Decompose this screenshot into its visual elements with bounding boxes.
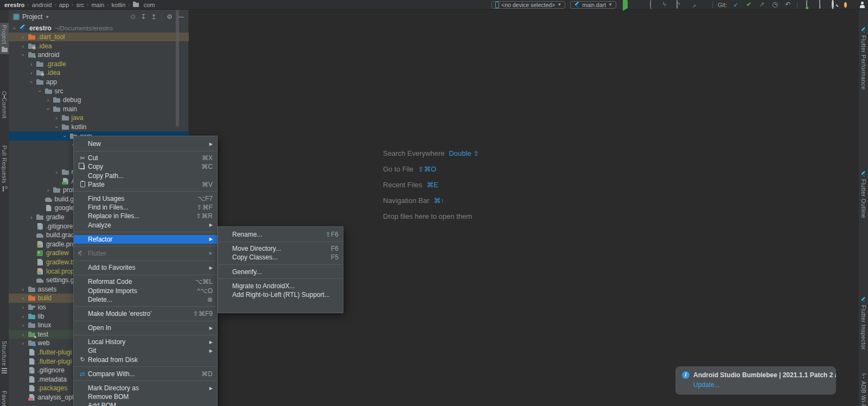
chevron-collapsed-icon[interactable]: › <box>53 169 60 175</box>
chevron-collapsed-icon[interactable]: › <box>53 115 60 121</box>
menu-item-copy[interactable]: Copy⌘C <box>74 162 217 171</box>
update-link[interactable]: Update... <box>693 381 831 389</box>
menu-item-analyze[interactable]: Analyze▶ <box>74 221 217 230</box>
sidebar-item-pull-requests[interactable]: Pull Requests <box>0 143 9 194</box>
chevron-collapsed-icon[interactable]: › <box>20 43 27 49</box>
git-push-icon[interactable]: ↗ <box>758 1 766 9</box>
expand-all-icon[interactable]: ↧ <box>141 13 146 21</box>
menu-item-delete[interactable]: Delete...⊗ <box>74 295 217 304</box>
chevron-expanded-icon[interactable]: › <box>28 79 35 86</box>
breadcrumb-item[interactable]: com <box>144 2 155 8</box>
sidebar-item-favorites[interactable]: Favorites★ <box>0 389 9 406</box>
sidebar-item-adb-wi-fi[interactable]: ADB Wi-Fi <box>859 371 868 406</box>
tree-row[interactable]: ›android <box>9 50 189 60</box>
chevron-down-icon[interactable]: ▼ <box>45 15 49 20</box>
profile-avatar-icon[interactable] <box>854 1 863 9</box>
menu-item-make-module-erestro[interactable]: Make Module 'erestro'⇧⌘F9 <box>74 309 217 318</box>
chevron-expanded-icon[interactable]: › <box>20 52 26 59</box>
breadcrumb-item[interactable]: android <box>32 2 52 8</box>
search-everywhere-icon[interactable] <box>828 1 837 9</box>
stop-icon[interactable] <box>699 1 707 9</box>
chevron-collapsed-icon[interactable]: › <box>20 304 27 310</box>
run-config-selector[interactable]: main.dart▼ <box>570 1 616 9</box>
menu-item-find-in-files[interactable]: Find in Files...⇧⌘F <box>74 203 217 212</box>
breadcrumb-item[interactable]: src <box>76 2 84 8</box>
menu-item-reformat-code[interactable]: Reformat Code⌥⌘L <box>74 277 217 286</box>
tree-row[interactable]: ›app <box>9 78 189 87</box>
menu-item-remove-bom[interactable]: Remove BOM <box>74 392 217 401</box>
menu-item-compare-with[interactable]: ⇄Compare With...⌘D <box>74 370 217 378</box>
breadcrumb-item[interactable]: main <box>91 2 104 8</box>
menu-item-cut[interactable]: ✂Cut⌘X <box>74 154 217 162</box>
sidebar-item-flutter-performance[interactable]: Flutter Performance <box>859 25 868 92</box>
breadcrumb-item[interactable]: kotlin <box>112 2 126 8</box>
settings-gear-icon[interactable]: ⚙ <box>167 13 173 21</box>
ide-update-icon[interactable]: ↑ <box>841 1 850 9</box>
chevron-collapsed-icon[interactable]: › <box>28 214 35 220</box>
history-icon[interactable]: ◷ <box>771 1 779 9</box>
device-manager-icon[interactable] <box>802 1 810 9</box>
tree-row[interactable]: ›.dart_tool <box>9 33 189 42</box>
chevron-collapsed-icon[interactable]: › <box>44 187 52 193</box>
breadcrumb-item[interactable]: erestro <box>4 2 24 8</box>
menu-item-migrate-to-androidx[interactable]: Migrate to AndroidX... <box>218 282 343 290</box>
tree-row[interactable]: ›erestro~/Documents/erestro <box>9 23 189 33</box>
attach-profiler-icon[interactable] <box>647 1 655 9</box>
sidebar-item-flutter-outline[interactable]: Flutter Outline <box>859 169 868 220</box>
run-icon[interactable] <box>621 1 629 9</box>
menu-item-mark-directory-as[interactable]: Mark Directory as▶ <box>74 384 217 392</box>
menu-item-rename[interactable]: Rename...⇧F6 <box>218 230 343 239</box>
chevron-collapsed-icon[interactable]: › <box>20 286 27 293</box>
menu-item-replace-in-files[interactable]: Replace in Files...⇧⌘R <box>74 212 217 220</box>
chevron-collapsed-icon[interactable]: › <box>20 331 27 338</box>
tree-row[interactable]: ›src <box>9 86 189 96</box>
menu-item-git[interactable]: Git▶ <box>74 346 217 355</box>
rollback-icon[interactable]: ↶ <box>784 1 792 9</box>
sdk-manager-icon[interactable] <box>815 1 824 9</box>
menu-item-open-in[interactable]: Open In▶ <box>74 323 217 332</box>
chevron-collapsed-icon[interactable]: › <box>20 313 27 320</box>
chevron-collapsed-icon[interactable]: › <box>44 97 52 103</box>
tree-row[interactable]: ›.gradle <box>9 60 189 69</box>
menu-item-copy-path[interactable]: Copy Path... <box>74 172 217 180</box>
hot-reload-icon[interactable]: ϟ <box>660 1 668 9</box>
menu-item-find-usages[interactable]: Find Usages⌥F7 <box>74 194 217 203</box>
chevron-collapsed-icon[interactable]: › <box>20 295 27 301</box>
tree-row[interactable]: ›debug <box>9 96 189 105</box>
chevron-expanded-icon[interactable]: › <box>62 132 68 139</box>
menu-item-reload-from-disk[interactable]: ↻Reload from Disk <box>74 356 217 364</box>
chevron-expanded-icon[interactable]: › <box>11 24 18 31</box>
tree-row[interactable]: ›kotlin <box>9 123 189 132</box>
menu-item-refactor[interactable]: Refactor▶ <box>74 235 217 244</box>
sidebar-item-flutter-inspector[interactable]: Flutter Inspector <box>859 295 868 352</box>
tree-row[interactable]: ›main <box>9 105 189 114</box>
menu-item-copy-classes[interactable]: Copy Classes...F5 <box>218 253 343 262</box>
chevron-expanded-icon[interactable]: › <box>53 124 60 131</box>
breadcrumb-item[interactable]: app <box>59 2 69 8</box>
tree-row[interactable]: ›java <box>9 113 189 123</box>
menu-item-new[interactable]: New▶ <box>74 139 217 148</box>
sidebar-item-structure[interactable]: Structure <box>0 339 9 376</box>
sidebar-item-project[interactable]: Project <box>0 23 9 54</box>
menu-item-optimize-imports[interactable]: Optimize Imports^⌥O <box>74 286 217 295</box>
tree-row[interactable]: ›⚙.idea <box>9 68 189 78</box>
tree-row[interactable]: ›⚙.idea <box>9 41 189 50</box>
chevron-expanded-icon[interactable]: › <box>36 87 43 94</box>
chevron-collapsed-icon[interactable]: › <box>20 340 27 346</box>
collapse-all-icon[interactable]: ↥ <box>151 13 156 21</box>
sidebar-item-commit[interactable]: Commit <box>0 89 9 121</box>
menu-item-add-to-favorites[interactable]: Add to Favorites▶ <box>74 263 217 272</box>
tree-scrollbar[interactable] <box>176 10 179 126</box>
menu-item-add-bom[interactable]: Add BOM <box>74 401 217 406</box>
menu-item-local-history[interactable]: Local History▶ <box>74 338 217 346</box>
menu-item-paste[interactable]: Paste⌘V <box>74 180 217 189</box>
flutter-attach-icon[interactable]: ϟ <box>673 1 681 9</box>
chevron-collapsed-icon[interactable]: › <box>20 322 27 328</box>
menu-item-add-right-to-left-rtl-support[interactable]: Add Right-to-Left (RTL) Support... <box>218 290 343 299</box>
chevron-expanded-icon[interactable]: › <box>45 105 52 112</box>
menu-item-generify[interactable]: Generify... <box>218 268 343 276</box>
menu-item-move-directory[interactable]: Move Directory...F6 <box>218 244 343 253</box>
device-selector[interactable]: <no device selected>▼ <box>492 1 565 9</box>
attach-debugger-icon[interactable]: ↗ <box>686 1 694 9</box>
chevron-collapsed-icon[interactable]: › <box>28 61 35 67</box>
